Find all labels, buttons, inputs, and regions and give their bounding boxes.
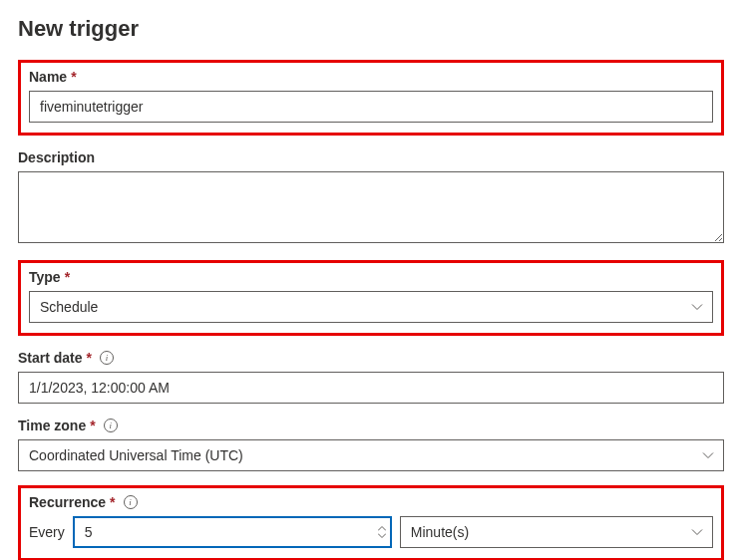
info-icon[interactable]: i xyxy=(104,419,118,432)
name-label-row: Name * xyxy=(29,69,713,85)
type-select-wrap[interactable] xyxy=(29,291,713,323)
start-date-input[interactable] xyxy=(18,372,724,404)
start-date-label: Start date xyxy=(18,350,83,366)
time-zone-field: Time zone * i xyxy=(18,418,724,471)
recurrence-label: Recurrence xyxy=(29,494,106,510)
recurrence-unit-wrap[interactable] xyxy=(400,516,713,548)
start-date-field: Start date * i xyxy=(18,350,724,404)
info-icon[interactable]: i xyxy=(100,351,114,365)
start-date-label-row: Start date * i xyxy=(18,350,724,366)
required-asterisk: * xyxy=(87,350,92,366)
time-zone-select[interactable] xyxy=(18,439,724,471)
type-select[interactable] xyxy=(29,291,713,323)
required-asterisk: * xyxy=(65,269,70,285)
required-asterisk: * xyxy=(90,418,95,433)
recurrence-unit-select[interactable] xyxy=(400,516,713,548)
every-number-input[interactable] xyxy=(73,516,392,548)
spinner-down-icon[interactable] xyxy=(378,533,386,539)
info-icon[interactable]: i xyxy=(124,495,138,509)
required-asterisk: * xyxy=(71,69,76,85)
page-title: New trigger xyxy=(18,16,724,42)
description-label-row: Description xyxy=(18,149,724,165)
description-label: Description xyxy=(18,149,95,165)
description-field: Description xyxy=(18,149,724,246)
name-label: Name xyxy=(29,69,67,85)
required-asterisk: * xyxy=(110,494,115,510)
time-zone-select-wrap[interactable] xyxy=(18,439,724,471)
type-field-highlight: Type * xyxy=(18,260,724,336)
type-label: Type xyxy=(29,269,61,285)
spinner-up-icon[interactable] xyxy=(378,526,386,532)
recurrence-field-highlight: Recurrence * i Every xyxy=(18,485,724,560)
every-number-wrap[interactable] xyxy=(73,516,392,548)
time-zone-label: Time zone xyxy=(18,418,86,433)
type-label-row: Type * xyxy=(29,269,713,285)
every-label: Every xyxy=(29,524,65,540)
name-field-highlight: Name * xyxy=(18,60,724,136)
description-textarea[interactable] xyxy=(18,171,724,243)
recurrence-row: Every xyxy=(29,516,713,548)
recurrence-label-row: Recurrence * i xyxy=(29,494,713,510)
name-input[interactable] xyxy=(29,91,713,123)
number-spinner[interactable] xyxy=(378,526,386,539)
time-zone-label-row: Time zone * i xyxy=(18,418,724,433)
